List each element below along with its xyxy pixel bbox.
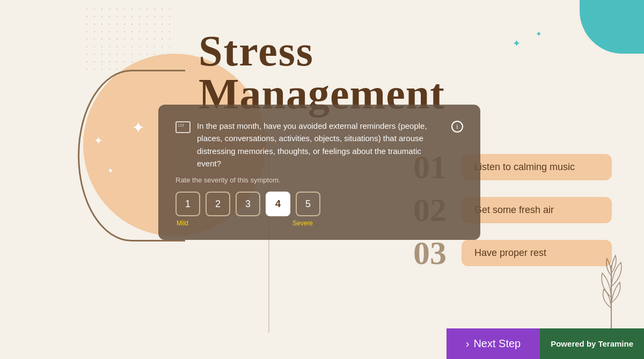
modal-subtitle: Rate the severity of this symptom. — [175, 176, 463, 184]
sparkle-icon-3: ✦ — [107, 166, 114, 175]
info-icon[interactable]: i — [451, 121, 463, 133]
symptom-modal: In the past month, have you avoided exte… — [158, 105, 480, 240]
step-label: Get some fresh air — [462, 197, 612, 223]
next-icon: › — [466, 338, 470, 350]
label-severe: Severe — [292, 219, 313, 227]
next-step-label: Next Step — [473, 338, 521, 350]
rating-button-3[interactable]: 3 — [236, 192, 260, 216]
label-mild: Mild — [177, 219, 188, 227]
rating-button-2[interactable]: 2 — [206, 192, 230, 216]
rating-row: 12345 — [175, 192, 463, 216]
sparkle-teal-icon-2: ✦ — [536, 30, 542, 39]
page-title-line1: Stress — [199, 27, 314, 76]
sparkle-teal-icon-1: ✦ — [513, 38, 521, 49]
step-item: 03 Have proper rest — [413, 236, 612, 269]
rating-button-4[interactable]: 4 — [266, 192, 290, 216]
bottom-bar: › Next Step Powered by Teramine — [447, 328, 644, 359]
sparkle-icon-2: ✦ — [131, 118, 145, 137]
plant-decoration — [594, 244, 629, 329]
next-step-button[interactable]: › Next Step — [447, 328, 540, 359]
rating-button-1[interactable]: 1 — [175, 192, 200, 216]
teal-corner-shape — [580, 0, 644, 54]
sparkle-icon-1: ✦ — [94, 134, 103, 147]
rating-labels: Mild Severe — [175, 219, 314, 227]
step-label: Listen to calming music — [462, 154, 612, 180]
brand-name: Teramine — [598, 339, 633, 348]
rating-button-5[interactable]: 5 — [296, 192, 320, 216]
step-number: 03 — [413, 236, 451, 269]
form-icon — [175, 121, 191, 133]
powered-by-text: Powered by — [551, 339, 596, 348]
step-label: Have proper rest — [462, 240, 612, 266]
modal-question-text: In the past month, have you avoided exte… — [197, 120, 446, 170]
powered-by-badge: Powered by Teramine — [540, 328, 644, 359]
